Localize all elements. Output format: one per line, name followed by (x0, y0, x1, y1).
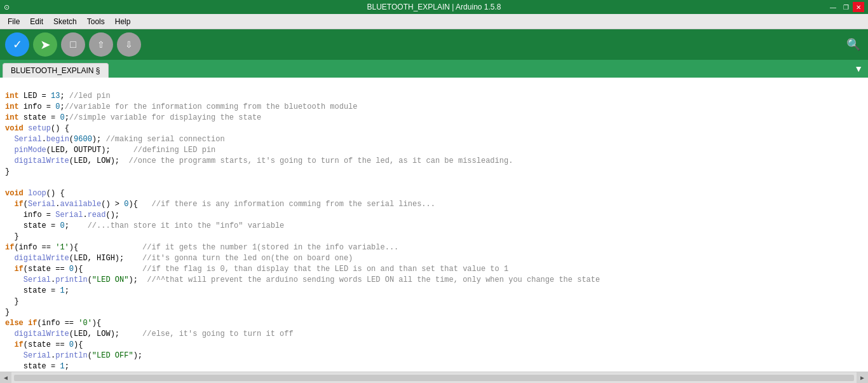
open-button[interactable]: ⇧ (89, 32, 113, 57)
close-button[interactable]: ✕ (853, 2, 864, 12)
search-button[interactable]: 🔍 (844, 35, 863, 54)
app-icon: ⊙ (4, 3, 10, 11)
new-button[interactable]: □ (61, 32, 85, 57)
menu-sketch[interactable]: Sketch (48, 16, 82, 27)
upload-button[interactable]: ➤ (33, 32, 57, 57)
minimize-button[interactable]: — (827, 2, 839, 12)
tabbar: BLUETOOTH_EXPLAIN § ▼ (0, 60, 868, 78)
restore-button[interactable]: ❐ (840, 2, 851, 12)
menu-tools[interactable]: Tools (82, 16, 110, 27)
scroll-left-button[interactable]: ◀ (0, 372, 11, 384)
toolbar-right: 🔍 (844, 35, 863, 54)
tab-dropdown-button[interactable]: ▼ (849, 61, 868, 76)
titlebar-left: ⊙ (4, 3, 10, 11)
titlebar-controls: — ❐ ✕ (827, 2, 864, 12)
titlebar: ⊙ BLUETOOTH_EXPLAIN | Arduino 1.5.8 — ❐ … (0, 0, 868, 14)
menu-file[interactable]: File (3, 16, 25, 27)
tab-bluetooth-explain[interactable]: BLUETOOTH_EXPLAIN § (3, 63, 109, 78)
code-content[interactable]: int LED = 13; //led pin int info = 0;//v… (0, 78, 868, 372)
horizontal-scroll-track[interactable] (14, 375, 854, 381)
scroll-right-button[interactable]: ▶ (857, 372, 868, 384)
horizontal-scrollbar[interactable]: ◀ ▶ (0, 372, 868, 383)
menubar: File Edit Sketch Tools Help (0, 14, 868, 29)
save-button[interactable]: ⇩ (117, 32, 141, 57)
toolbar: ✓ ➤ □ ⇧ ⇩ 🔍 (0, 29, 868, 60)
menu-help[interactable]: Help (110, 16, 136, 27)
code-editor: int LED = 13; //led pin int info = 0;//v… (0, 78, 868, 372)
tab-label: BLUETOOTH_EXPLAIN § (11, 66, 100, 75)
titlebar-title: BLUETOOTH_EXPLAIN | Arduino 1.5.8 (367, 3, 501, 11)
menu-edit[interactable]: Edit (25, 16, 48, 27)
verify-button[interactable]: ✓ (5, 32, 29, 57)
